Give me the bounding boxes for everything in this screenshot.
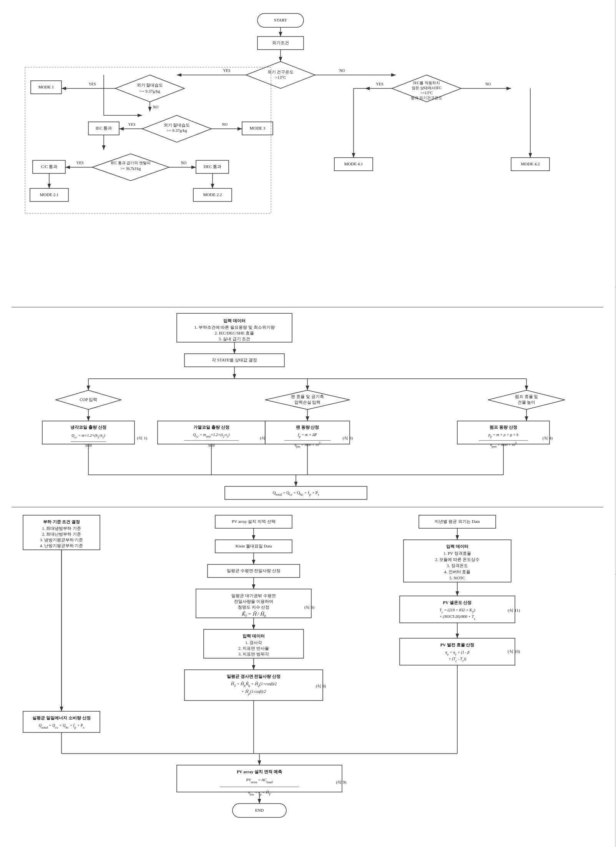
- svg-text:MODE 1: MODE 1: [38, 85, 54, 89]
- svg-text:YES: YES: [223, 68, 231, 73]
- svg-text:NO: NO: [181, 161, 186, 165]
- svg-text:입력 데이터: 입력 데이터: [242, 634, 265, 638]
- svg-text:MODE 3: MODE 3: [250, 126, 266, 130]
- svg-text:END: END: [255, 808, 264, 812]
- svg-text:IEC 통과: IEC 통과: [96, 126, 112, 130]
- section-mode: START 외기조건 외기 건구온도 >13°C YES NO 외기 절대습도 …: [12, 8, 603, 308]
- svg-text:PV 발전 효율 산정: PV 발전 효율 산정: [440, 642, 475, 647]
- svg-text:펌프 효율 및: 펌프 효율 및: [515, 394, 538, 399]
- svg-text:외기 절대습도: 외기 절대습도: [137, 83, 163, 87]
- svg-text:외기 절대습도: 외기 절대습도: [164, 123, 190, 127]
- svg-text:YES: YES: [89, 82, 96, 86]
- svg-text:PV array 설치 면적 예측: PV array 설치 면적 예측: [237, 769, 282, 774]
- svg-text:(식 10): (식 10): [508, 649, 520, 654]
- svg-text:가열코일 출량 산정: 가열코일 출량 산정: [193, 425, 229, 429]
- svg-text:2. 지표면 반사율: 2. 지표면 반사율: [238, 646, 269, 651]
- svg-text:>= 9.37g/kg: >= 9.37g/kg: [166, 128, 187, 133]
- svg-text:>= 9.37g/kg: >= 9.37g/kg: [139, 89, 160, 93]
- svg-text:않은 상태에서IEC: 않은 상태에서IEC: [412, 86, 442, 90]
- svg-text:냉각코일 출량 산정: 냉각코일 출량 산정: [70, 425, 106, 429]
- svg-text:3. 지표면 방위각: 3. 지표면 방위각: [238, 652, 269, 656]
- svg-text:H/C를 작동하지: H/C를 작동하지: [413, 81, 440, 85]
- svg-text:NO: NO: [222, 122, 227, 126]
- svg-text:등과 외기건구온도: 등과 외기건구온도: [411, 96, 443, 100]
- svg-text:팬 동량 산정: 팬 동량 산정: [296, 425, 319, 429]
- svg-text:3. 냉방기평균부하 기준: 3. 냉방기평균부하 기준: [40, 537, 83, 542]
- svg-text:4. 인버터 효율: 4. 인버터 효율: [444, 569, 471, 574]
- svg-text:부하 기준 조건 결정: 부하 기준 조건 결정: [43, 519, 80, 524]
- svg-text:1. 부하조건에 따른 필요풍량 및 최소위기량: 1. 부하조건에 따른 필요풍량 및 최소위기량: [194, 325, 275, 329]
- svg-text:────────────────────: ────────────────────: [184, 438, 239, 443]
- svg-text:Klein 월대표일 Data: Klein 월대표일 Data: [236, 544, 272, 548]
- section-pv: 부하 기준 조건 결정 1. 최대냉방부하 기준 2. 최대난방부하 기준 3.…: [12, 508, 603, 847]
- svg-text:YES: YES: [76, 161, 84, 165]
- svg-text:3. 정격온도: 3. 정격온도: [447, 563, 468, 568]
- svg-text:(식 4): (식 4): [543, 436, 553, 441]
- svg-text:입력 데이터: 입력 데이터: [446, 544, 468, 549]
- pv-flowchart: 부하 기준 조건 결정 1. 최대냉방부하 기준 2. 최대난방부하 기준 3.…: [12, 508, 603, 847]
- svg-rect-201: [23, 711, 100, 732]
- svg-text:2. 최대난방부하 기준: 2. 최대난방부하 기준: [42, 532, 81, 536]
- svg-text:펌프 동량 산정: 펌프 동량 산정: [490, 425, 517, 429]
- svg-text:START: START: [274, 18, 287, 22]
- svg-text:NO: NO: [153, 105, 158, 109]
- svg-text:일평균 수평면 전일사량 산정: 일평균 수평면 전일사량 산정: [227, 568, 281, 573]
- svg-text:일평균 경사면 전일사량 산정: 일평균 경사면 전일사량 산정: [227, 674, 281, 679]
- svg-text:(식 8): (식 8): [316, 684, 326, 689]
- svg-text:DEC 통과: DEC 통과: [204, 164, 222, 169]
- svg-text:>= 36.7kJ/kg: >= 36.7kJ/kg: [121, 166, 141, 171]
- svg-text:NO: NO: [485, 82, 491, 86]
- svg-text:IEC 통과 급기의 엔탈피: IEC 통과 급기의 엔탈피: [111, 161, 151, 165]
- svg-text:1. PV 정격효율: 1. PV 정격효율: [443, 551, 471, 556]
- svg-text:NO: NO: [339, 68, 345, 73]
- svg-text:──────────────────: ──────────────────: [478, 438, 528, 443]
- svg-text:COP 입력: COP 입력: [80, 397, 97, 402]
- svg-text:(식 9): (식 9): [336, 780, 347, 785]
- svg-text:각 STATE별 상태값 결정: 각 STATE별 상태값 결정: [212, 358, 257, 362]
- svg-text:2. IEC/DEC/SHE 효율: 2. IEC/DEC/SHE 효율: [215, 331, 254, 335]
- energy-flowchart: 입력 데이터 1. 부하조건에 따른 필요풍량 및 최소위기량 2. IEC/D…: [12, 308, 603, 508]
- svg-text:─────────────────: ─────────────────: [284, 438, 331, 443]
- mode-flowchart: START 외기조건 외기 건구온도 >13°C YES NO 외기 절대습도 …: [12, 8, 603, 308]
- svg-text:─────────────────────────────: ─────────────────────────────: [219, 785, 299, 789]
- svg-text:MODE 4.1: MODE 4.1: [344, 161, 363, 166]
- svg-text:MODE 2.1: MODE 2.1: [40, 192, 59, 197]
- svg-text:YES: YES: [128, 122, 136, 126]
- svg-text:청명도 지수 산정: 청명도 지수 산정: [238, 605, 270, 609]
- svg-text:>=13°C: >=13°C: [420, 91, 433, 95]
- svg-text:외기조건: 외기조건: [272, 40, 289, 45]
- svg-text:PV array 설치 지역 선택: PV array 설치 지역 선택: [232, 519, 275, 524]
- svg-text:(식 3): (식 3): [343, 436, 353, 441]
- svg-text:실평균 일일에너지 소비량 산정: 실평균 일일에너지 소비량 산정: [32, 716, 90, 720]
- svg-text:5. NOTC: 5. NOTC: [450, 576, 465, 580]
- svg-text:4. 난방기평균부하 기준: 4. 난방기평균부하 기준: [40, 543, 83, 548]
- main-content: START 외기조건 외기 건구온도 >13°C YES NO 외기 절대습도 …: [0, 0, 615, 847]
- svg-text:외기 건구온도: 외기 건구온도: [267, 70, 294, 74]
- svg-text:건물 높이: 건물 높이: [518, 400, 536, 404]
- svg-text:(식 1): (식 1): [137, 436, 148, 441]
- svg-text:지년별 평균 외기는 Data: 지년별 평균 외기는 Data: [435, 519, 480, 524]
- svg-text:팬 효율 및 공기측: 팬 효율 및 공기측: [291, 394, 324, 399]
- svg-text:PV 셀온도 산정: PV 셀온도 산정: [443, 600, 472, 605]
- svg-text:일평균 대기권밖 수평면: 일평균 대기권밖 수평면: [231, 593, 276, 598]
- svg-text:입력 데이터: 입력 데이터: [223, 318, 246, 323]
- svg-text:(식 11): (식 11): [508, 608, 520, 613]
- svg-text:MODE 2.2: MODE 2.2: [203, 192, 222, 197]
- section-energy: 입력 데이터 1. 부하조건에 따른 필요풍량 및 최소위기량 2. IEC/D…: [12, 308, 603, 508]
- svg-text:C/C 통과: C/C 통과: [41, 164, 57, 169]
- svg-text:MODE 4.2: MODE 4.2: [521, 161, 540, 166]
- svg-text:전일사량을 이용하여: 전일사량을 이용하여: [234, 599, 273, 604]
- svg-text:>13°C: >13°C: [275, 75, 286, 80]
- svg-text:─────────────: ─────────────: [70, 439, 106, 444]
- svg-text:(식 6): (식 6): [304, 605, 315, 610]
- svg-text:2. 모듈에 따른 온도상수: 2. 모듈에 따른 온도상수: [435, 557, 480, 562]
- svg-text:압력손실 입력: 압력손실 입력: [294, 400, 321, 404]
- svg-text:1. 최대냉방부하 기준: 1. 최대냉방부하 기준: [42, 526, 81, 531]
- svg-text:3. 실내 급기 조건: 3. 실내 급기 조건: [219, 336, 251, 341]
- svg-text:1. 경사각: 1. 경사각: [245, 640, 262, 645]
- svg-text:YES: YES: [376, 82, 384, 86]
